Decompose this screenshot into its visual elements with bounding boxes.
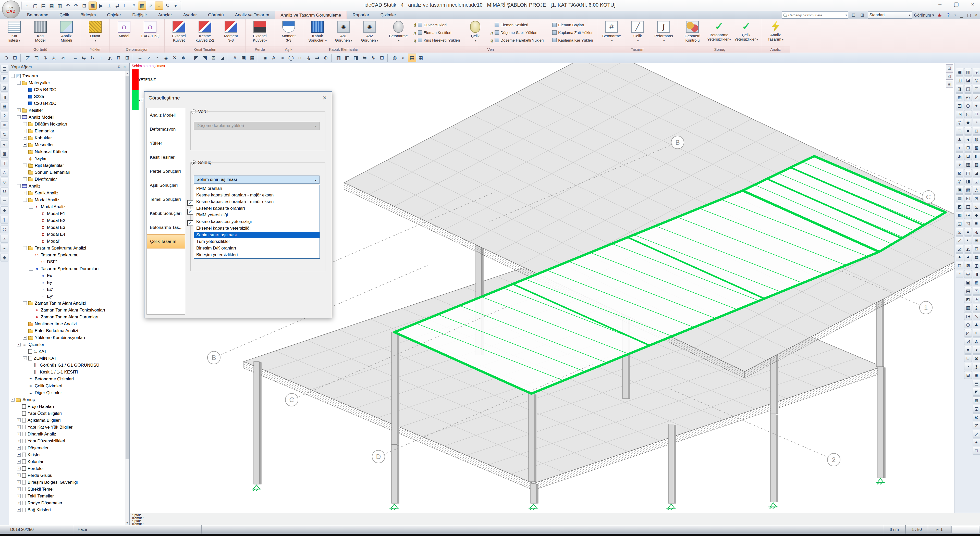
expand-icon[interactable]: + bbox=[23, 191, 27, 195]
dialog-nav-deformasyon[interactable]: Deformasyon bbox=[147, 122, 185, 136]
tree-item-ey'[interactable]: +≈Ey' bbox=[9, 293, 125, 300]
side-tool-icon-0[interactable]: ▤ bbox=[0, 65, 8, 73]
side-tool-icon-5[interactable]: ? bbox=[0, 112, 8, 120]
drawing-tool-icon-33[interactable]: ◙ bbox=[261, 54, 269, 62]
drawing-tool-icon-11[interactable]: ↻ bbox=[88, 54, 97, 62]
ribbon-button-çelik[interactable]: Çelik▾ bbox=[463, 20, 488, 46]
select-arrow-icon[interactable]: ▶ bbox=[97, 2, 105, 10]
parallel-icon[interactable]: ⇄ bbox=[114, 2, 121, 10]
right-tool-icon-0-3[interactable]: ▨ bbox=[956, 93, 963, 101]
scroll-up-icon[interactable]: ▲ bbox=[125, 71, 129, 75]
right-tool-icon-2-10[interactable]: ◧ bbox=[973, 152, 980, 160]
expand-icon[interactable]: + bbox=[17, 494, 21, 498]
tree-item-rijit-bağlantılar[interactable]: +Rijit Bağlantılar bbox=[9, 162, 125, 169]
menu-item-çelik[interactable]: Çelik bbox=[54, 11, 75, 19]
dialog-nav-kabuk-sonuçları[interactable]: Kabuk Sonuçları bbox=[147, 207, 185, 220]
right-tool-icon-1-24[interactable]: ◎ bbox=[964, 270, 972, 278]
right-tool-icon-2-14[interactable]: ◴ bbox=[973, 186, 980, 194]
drawing-tool-icon-50[interactable]: ◐ bbox=[399, 54, 407, 62]
right-tool-icon-1-26[interactable]: ▤ bbox=[964, 287, 972, 295]
ribbon-button-kat-listesi[interactable]: Katlistesi▾ bbox=[2, 20, 27, 46]
tree-item-modal-analiz[interactable]: -ΣModal Analiz bbox=[9, 203, 125, 210]
right-tool-icon-1-12[interactable]: ◫ bbox=[964, 169, 972, 177]
ribbon-button-çelik[interactable]: ╱Çelik▾ bbox=[625, 20, 650, 46]
drawing-tool-icon-17[interactable]: → bbox=[136, 54, 144, 62]
view-orbit-icon[interactable]: ◱ bbox=[946, 64, 953, 72]
tree-item-tasarım[interactable]: -Tasarım bbox=[9, 72, 125, 80]
snap-icon[interactable]: ▩ bbox=[138, 2, 146, 10]
collapse-icon[interactable]: - bbox=[17, 81, 21, 85]
dialog-nav-betonarme-tas[interactable]: Betonarme Tas... bbox=[147, 220, 185, 234]
right-tool-icon-2-31[interactable]: ◐ bbox=[973, 329, 980, 337]
collapse-icon[interactable]: - bbox=[29, 205, 33, 209]
view-pan-icon[interactable]: ◰ bbox=[946, 72, 953, 80]
right-tool-icon-0-14[interactable]: ▣ bbox=[956, 186, 963, 194]
right-tool-icon-2-8[interactable]: ◍ bbox=[973, 135, 980, 143]
tree-item-çelik-çizimleri[interactable]: +≡Çelik Çizimleri bbox=[9, 382, 125, 389]
expand-icon[interactable]: + bbox=[23, 129, 27, 133]
right-tool-icon-1-28[interactable]: ▩ bbox=[964, 304, 972, 312]
right-tool-icon-2-30[interactable]: ▲ bbox=[973, 321, 980, 328]
right-tool-icon-1-8[interactable]: ◮ bbox=[964, 135, 972, 143]
ribbon-button-analiz-tasarım[interactable]: AnalizTasarım▾ bbox=[763, 20, 788, 46]
tree-item-materyaller[interactable]: -Materyaller bbox=[9, 80, 125, 86]
right-tool-icon-1-16[interactable]: ◳ bbox=[964, 203, 972, 210]
right-tool-icon-1-11[interactable]: ▦ bbox=[964, 161, 972, 169]
drawing-tool-icon-31[interactable]: ▦ bbox=[248, 54, 256, 62]
dialog-nav-çelik-tasarım[interactable]: Çelik Tasarım bbox=[147, 234, 185, 248]
right-tool-icon-2-24[interactable]: ◨ bbox=[973, 270, 980, 278]
tree-item-zemi-n-kat[interactable]: -ZEMİN KAT bbox=[9, 355, 125, 362]
expand-icon[interactable]: + bbox=[17, 418, 21, 422]
tree-item-yaylar[interactable]: +◎Yaylar bbox=[9, 155, 125, 162]
tree-item-zaman-tanım-alanı-durumları[interactable]: +≈Zaman Tanım Alanı Durumları bbox=[9, 313, 125, 320]
side-tool-icon-15[interactable]: ◆ bbox=[0, 207, 8, 214]
right-tool-icon-2-17[interactable]: ◆ bbox=[973, 211, 980, 219]
right-tool-icon-2-11[interactable]: ▥ bbox=[973, 161, 980, 169]
right-tool-icon-2-25[interactable]: ▨ bbox=[973, 278, 980, 286]
ribbon-button-moment-3-3[interactable]: Moment3-3 bbox=[276, 20, 301, 46]
ribbon-button-betonarme-yetersizlikler[interactable]: ✓BetonarmeYetersizlikler▾ bbox=[706, 20, 732, 46]
right-tool-icon-2-2[interactable]: ◸ bbox=[973, 85, 980, 92]
tree-item-analiz[interactable]: -Analiz bbox=[9, 183, 125, 189]
right-tool-icon-2-4[interactable]: ● bbox=[973, 102, 980, 110]
dialog-nav-yükler[interactable]: Yükler bbox=[147, 136, 185, 150]
drawing-tool-icon-52[interactable]: ▦ bbox=[417, 54, 425, 62]
scroll-thumb[interactable] bbox=[126, 76, 129, 459]
right-tool-icon-2-23[interactable]: ◫ bbox=[973, 262, 980, 269]
right-tool-icon-2-35[interactable]: ◎ bbox=[973, 363, 980, 371]
collapse-icon[interactable]: - bbox=[29, 253, 33, 257]
tree-item-mesnetler[interactable]: +Mesnetler bbox=[9, 142, 125, 148]
selection-filter-icon[interactable]: ▧ bbox=[89, 2, 97, 10]
grid-icon[interactable]: # bbox=[130, 2, 138, 10]
tree-item-c25-b420c[interactable]: +C25 B420C bbox=[9, 86, 125, 93]
close-icon[interactable]: × bbox=[969, 1, 977, 8]
sonuc-combo[interactable]: Sehim sınırı aşılması∨ bbox=[194, 175, 320, 184]
drawing-tool-icon-6[interactable]: ◬ bbox=[49, 54, 58, 62]
tree-item-yapı-özet-bilgileri[interactable]: +Yapı Özet Bilgileri bbox=[9, 410, 125, 417]
dropdown-option-eksenel-kapasite-yetersizliği[interactable]: Eksenel kapasite yetersizliği bbox=[194, 225, 320, 232]
right-tool-icon-1-0[interactable]: ▥ bbox=[964, 68, 972, 76]
ribbon-button-betonarme[interactable]: #Betonarme▾ bbox=[599, 20, 624, 46]
ribbon-button-kesme-kuvveti-2-2[interactable]: Kesmekuvveti 2-2 bbox=[192, 20, 218, 46]
undo-icon[interactable]: ↶ bbox=[64, 2, 72, 10]
collapse-icon[interactable]: - bbox=[17, 115, 21, 119]
expand-icon[interactable]: + bbox=[17, 501, 21, 505]
ribbon-button-moment-3-3[interactable]: Moment3-3 bbox=[218, 20, 244, 46]
option-checkbox-2[interactable]: ✓ bbox=[187, 209, 193, 215]
right-tool-icon-1-19[interactable]: ▲ bbox=[964, 228, 972, 236]
drawing-tool-icon-40[interactable]: ⊕ bbox=[321, 54, 330, 62]
drawing-tool-icon-1[interactable]: ⊡ bbox=[11, 54, 19, 62]
drawing-tool-icon-13[interactable]: ◭ bbox=[106, 54, 114, 62]
tree-item-diğer-çizimler[interactable]: +≡Diğer Çizimler bbox=[9, 389, 125, 396]
right-tool-icon-1-4[interactable]: ◷ bbox=[964, 102, 972, 110]
tree-item-proje-hataları[interactable]: +Proje Hataları bbox=[9, 403, 125, 410]
drawing-tool-icon-49[interactable]: ◍ bbox=[390, 54, 399, 62]
right-tool-icon-2-18[interactable]: ■ bbox=[973, 219, 980, 227]
side-tool-icon-7[interactable]: ⇅ bbox=[0, 131, 8, 139]
tree-item-dinamik-analiz[interactable]: +Dinamik Analiz bbox=[9, 431, 125, 437]
drawing-tool-icon-0[interactable]: ⊖ bbox=[2, 54, 11, 62]
side-tool-icon-14[interactable]: ▭ bbox=[0, 197, 8, 205]
side-tool-icon-18[interactable]: ≠ bbox=[0, 235, 8, 243]
column-grip-icon[interactable]: ···· bbox=[965, 65, 970, 67]
option-checkbox-1[interactable]: ✓ bbox=[187, 200, 193, 206]
